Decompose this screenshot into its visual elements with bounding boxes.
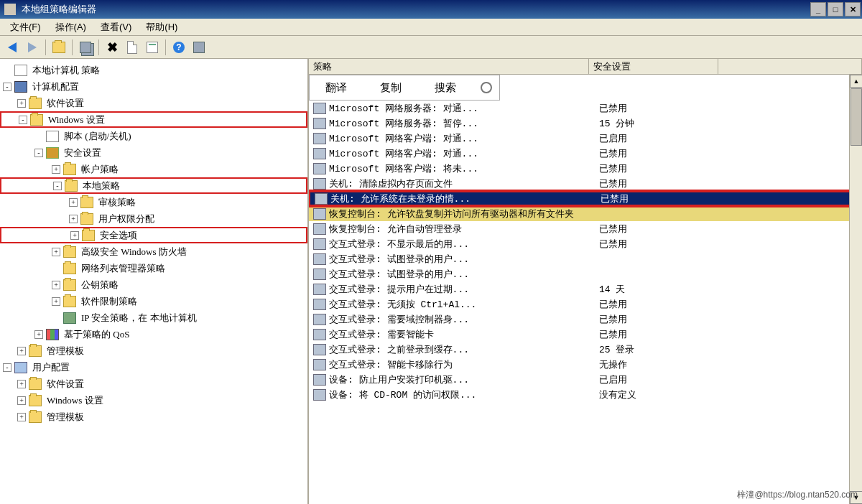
col-security[interactable]: 安全设置	[589, 59, 718, 74]
expand-icon[interactable]: +	[17, 380, 26, 388]
back-button[interactable]	[3, 38, 22, 57]
collapse-icon[interactable]: -	[19, 116, 27, 124]
scroll-thumb[interactable]	[851, 88, 862, 146]
tree-windows-settings-u[interactable]: +Windows 设置	[0, 392, 307, 409]
expand-icon[interactable]: +	[69, 198, 78, 207]
menu-action[interactable]: 操作(A)	[48, 19, 93, 35]
tree-pubkey[interactable]: +公钥策略	[0, 276, 307, 293]
tree-local-policy[interactable]: -本地策略	[0, 177, 307, 194]
up-button[interactable]	[50, 38, 68, 57]
menu-view[interactable]: 查看(V)	[93, 19, 139, 35]
policy-row[interactable]: Microsoft 网络服务器: 对通...已禁用	[309, 101, 862, 116]
policy-row[interactable]: Microsoft 网络服务器: 暂停...15 分钟	[309, 116, 862, 131]
col-policy[interactable]: 策略	[309, 59, 589, 74]
expand-icon[interactable]: +	[17, 413, 26, 421]
policy-row[interactable]: 交互式登录: 不显示最后的用...已禁用	[309, 236, 862, 251]
policy-row[interactable]: Microsoft 网络客户端: 对通...已禁用	[309, 146, 862, 161]
policy-row[interactable]: 交互式登录: 智能卡移除行为无操作	[309, 357, 862, 372]
policy-row[interactable]: 交互式登录: 提示用户在过期...14 天	[309, 281, 862, 297]
policy-icon	[313, 269, 326, 280]
tree-security-settings[interactable]: -安全设置	[0, 144, 307, 161]
show-hide-button[interactable]	[76, 38, 95, 57]
policy-row[interactable]: 交互式登录: 之前登录到缓存...25 登录	[309, 342, 862, 357]
tree-software-settings[interactable]: +软件设置	[0, 95, 307, 111]
expand-icon[interactable]: +	[17, 99, 26, 108]
policy-icon	[14, 65, 27, 76]
tree-label: 安全设置	[62, 146, 103, 160]
tree-software-settings-u[interactable]: +软件设置	[0, 375, 307, 392]
minimize-button[interactable]: _	[810, 2, 826, 17]
selection-toolbar: 翻译 复制 搜索	[309, 75, 500, 101]
menu-file[interactable]: 文件(F)	[3, 19, 48, 35]
refresh-button[interactable]	[190, 38, 208, 57]
expand-icon[interactable]: +	[17, 347, 26, 355]
expand-icon[interactable]: +	[70, 231, 79, 240]
tree-label: 计算机配置	[30, 80, 81, 94]
expand-icon[interactable]: +	[52, 297, 60, 306]
tree-scripts[interactable]: 脚本 (启动/关机)	[0, 128, 307, 144]
tree-policy-qos[interactable]: +基于策略的 QoS	[0, 326, 307, 342]
policy-row[interactable]: Microsoft 网络客户端: 对通...已启用	[309, 131, 862, 146]
policy-row[interactable]: 恢复控制台: 允许软盘复制并访问所有驱动器和所有文件夹	[309, 206, 862, 221]
policy-name: Microsoft 网络客户端: 对通...	[329, 132, 596, 145]
tree-account-policy[interactable]: +帐户策略	[0, 161, 307, 177]
scroll-up-button[interactable]: ▲	[850, 75, 862, 88]
tree-panel[interactable]: 本地计算机 策略 -计算机配置 +软件设置 -Windows 设置 脚本 (启动…	[0, 59, 309, 504]
collapse-icon[interactable]: -	[34, 149, 43, 157]
collapse-icon[interactable]: -	[3, 363, 11, 372]
policy-row[interactable]: 关机: 允许系统在未登录的情...已禁用	[309, 191, 862, 206]
x-icon: ✖	[107, 39, 118, 55]
tree-admin-templates-u[interactable]: +管理模板	[0, 409, 307, 425]
copy-button[interactable]: 复制	[371, 78, 410, 98]
policy-row[interactable]: 交互式登录: 无须按 Ctrl+Al...已禁用	[309, 297, 862, 312]
translate-button[interactable]: 翻译	[317, 78, 356, 98]
tree-computer-config[interactable]: -计算机配置	[0, 78, 307, 95]
scrollbar-vertical[interactable]: ▲ ▼	[849, 75, 862, 504]
tree-label: Windows 设置	[45, 393, 106, 408]
maximize-button[interactable]: □	[828, 2, 843, 17]
expand-icon[interactable]: +	[52, 165, 60, 174]
tree-ipsec[interactable]: IP 安全策略，在 本地计算机	[0, 309, 307, 326]
search-button[interactable]: 搜索	[426, 78, 465, 98]
export-button[interactable]	[143, 38, 162, 57]
arrow-right-icon	[28, 42, 37, 52]
policy-row[interactable]: 交互式登录: 需要智能卡已禁用	[309, 327, 862, 342]
expand-icon[interactable]: +	[52, 248, 60, 256]
help-button[interactable]: ?	[170, 38, 188, 57]
policy-row[interactable]: 交互式登录: 需要域控制器身...已禁用	[309, 312, 862, 327]
tree-security-options[interactable]: +安全选项	[0, 227, 307, 243]
policy-row[interactable]: 设备: 将 CD-ROM 的访问权限...没有定义	[309, 387, 862, 402]
policy-row[interactable]: 设备: 防止用户安装打印机驱...已启用	[309, 372, 862, 387]
policy-row[interactable]: 交互式登录: 试图登录的用户...	[309, 251, 862, 266]
expand-icon[interactable]: +	[17, 396, 26, 405]
tree-windows-settings[interactable]: -Windows 设置	[0, 111, 307, 128]
policy-row[interactable]: 恢复控制台: 允许自动管理登录已禁用	[309, 221, 862, 236]
policy-name: 设备: 将 CD-ROM 的访问权限...	[329, 388, 596, 401]
tree-root[interactable]: 本地计算机 策略	[0, 62, 307, 78]
policy-row[interactable]: Microsoft 网络客户端: 将未...已禁用	[309, 161, 862, 176]
forward-button[interactable]	[23, 38, 42, 57]
collapse-icon[interactable]: -	[53, 182, 62, 190]
tree-soft-restrict[interactable]: +软件限制策略	[0, 293, 307, 309]
tree-user-rights[interactable]: +用户权限分配	[0, 210, 307, 227]
title-bar: 本地组策略编辑器 _ □ ✕	[0, 0, 862, 19]
delete-button[interactable]: ✖	[103, 38, 121, 57]
close-button[interactable]: ✕	[845, 2, 861, 17]
expand-icon[interactable]: +	[34, 330, 43, 339]
tree-admin-templates[interactable]: +管理模板	[0, 342, 307, 359]
tree-user-config[interactable]: -用户配置	[0, 359, 307, 375]
expand-icon[interactable]: +	[69, 215, 78, 223]
policy-icon	[313, 284, 326, 295]
expand-icon[interactable]: +	[52, 281, 60, 289]
tree-audit-policy[interactable]: +审核策略	[0, 194, 307, 210]
col-extra[interactable]	[718, 59, 862, 74]
properties-button[interactable]	[123, 38, 142, 57]
tree-label: 脚本 (启动/关机)	[62, 129, 134, 144]
tree-netlist-mgr[interactable]: 网络列表管理器策略	[0, 260, 307, 276]
policy-row[interactable]: 交互式登录: 试图登录的用户...	[309, 266, 862, 281]
policy-row[interactable]: 关机: 清除虚拟内存页面文件已禁用	[309, 176, 862, 191]
menu-help[interactable]: 帮助(H)	[139, 19, 185, 35]
collapse-icon[interactable]: -	[3, 83, 11, 91]
gear-icon[interactable]	[481, 82, 492, 93]
tree-adv-firewall[interactable]: +高级安全 Windows 防火墙	[0, 243, 307, 260]
